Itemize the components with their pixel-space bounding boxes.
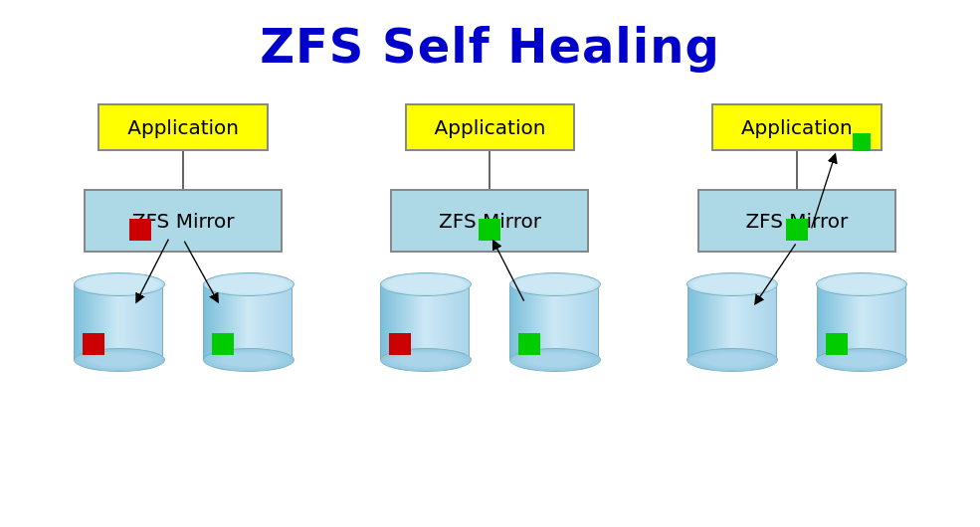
app-box-3: Application [711, 103, 882, 151]
cylinder-shape-left-1 [74, 282, 163, 362]
app-box-2: Application [405, 103, 576, 151]
mirror-box-1: ZFS Mirror [84, 189, 283, 253]
cylinder-shape-right-3 [817, 282, 906, 362]
cylinders-row-2 [380, 282, 599, 362]
cylinder-left-2 [380, 282, 470, 362]
cylinder-shape-left-3 [687, 282, 777, 362]
cylinder-shape-right-1 [203, 282, 293, 362]
cyl-indicator-left-1 [83, 333, 104, 355]
connector-1 [182, 151, 184, 189]
cylinders-row-1 [74, 282, 293, 362]
diagram-3: Application ZFS Mirror [658, 103, 936, 362]
cylinder-shape-right-2 [509, 282, 599, 362]
page-title: ZFS Self Healing [0, 0, 980, 84]
diagram-2: Application ZFS Mirror [350, 103, 629, 362]
cyl-indicator-right-2 [518, 333, 540, 355]
cylinder-left-3 [687, 282, 777, 362]
app-box-1: Application [98, 103, 269, 151]
connector-2 [489, 151, 490, 189]
cylinder-shape-left-2 [380, 282, 470, 362]
diagrams-container: Application ZFS Mirror [0, 93, 980, 362]
cylinders-row-3 [687, 282, 906, 362]
cyl-indicator-right-3 [826, 333, 848, 355]
cylinder-right-2 [509, 282, 599, 362]
cylinder-right-3 [817, 282, 906, 362]
mirror-box-3: ZFS Mirror [697, 189, 896, 253]
diagram-1: Application ZFS Mirror [44, 103, 322, 362]
mirror-indicator-3 [786, 219, 808, 241]
mirror-indicator-1 [129, 219, 151, 241]
mirror-indicator-2 [479, 219, 500, 241]
mirror-box-2: ZFS Mirror [390, 189, 589, 253]
cylinder-right-1 [203, 282, 293, 362]
app-indicator-3 [853, 133, 871, 151]
connector-3 [796, 151, 798, 189]
cyl-indicator-right-1 [212, 333, 234, 355]
cyl-indicator-left-2 [389, 333, 411, 355]
cylinder-left-1 [74, 282, 163, 362]
